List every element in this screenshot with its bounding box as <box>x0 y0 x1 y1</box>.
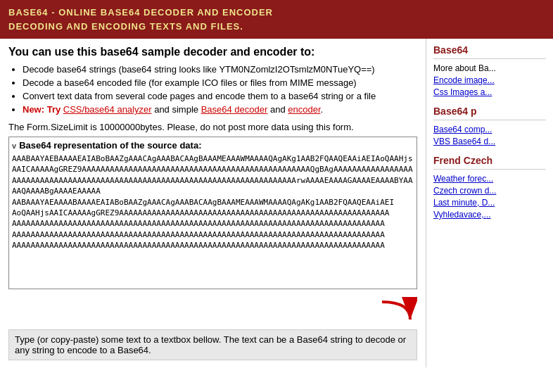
arrow-icon <box>375 295 417 323</box>
textarea-container: v Base64 representation of the source da… <box>8 137 417 289</box>
list-item: Decode a base64 encoded file (for exampl… <box>23 77 417 88</box>
sidebar-link-weather[interactable]: Weather forec... <box>433 174 546 184</box>
sidebar-section-3: Frend Czech Weather forec... Czech crown… <box>433 155 546 220</box>
base64-decoder-link[interactable]: Base64 decoder <box>201 104 268 115</box>
sidebar-section-1: Base64 More about Ba... Encode image... … <box>433 44 546 97</box>
sidebar-link-encode-image[interactable]: Encode image... <box>433 75 546 85</box>
encoder-link[interactable]: encoder <box>288 104 320 115</box>
arrow-hint <box>8 295 417 325</box>
sidebar-link-vbs-base64[interactable]: VBS Base64 d... <box>433 137 546 146</box>
form-note: The Form.SizeLimit is 10000000bytes. Ple… <box>8 122 417 132</box>
suffix-text: and <box>267 104 288 115</box>
main-heading: You can use this base64 sample decoder a… <box>8 46 417 58</box>
css-analyzer-link[interactable]: CSS/base64 analyzer <box>63 104 152 115</box>
textarea-label-row: v Base64 representation of the source da… <box>12 140 414 151</box>
sidebar-section-1-title: Base64 <box>433 44 546 59</box>
sidebar-link-base64-comp[interactable]: Base64 comp... <box>433 125 546 134</box>
sidebar-link-css-images[interactable]: Css Images a... <box>433 87 546 97</box>
more-about-text: More about Ba... <box>433 63 546 73</box>
textarea-label-text: Base64 representation of the source data… <box>19 140 201 151</box>
sidebar-section-2: Base64 p Base64 comp... VBS Base64 d... <box>433 106 546 146</box>
header-line2: decoding and encoding texts and files. <box>8 20 545 34</box>
sidebar-link-last-minute[interactable]: Last minute, D... <box>433 198 546 208</box>
list-item: Decode base64 strings (base64 string loo… <box>23 64 417 75</box>
bottom-note: Type (or copy-paste) some text to a text… <box>8 329 417 360</box>
header-line1: Base64 - Online Base64 decoder and encod… <box>8 6 545 20</box>
header: Base64 - Online Base64 decoder and encod… <box>0 0 553 39</box>
end-text: . <box>321 104 324 115</box>
sidebar-link-vyhledavace[interactable]: Vyhledavace,... <box>433 210 546 220</box>
sidebar-section-2-title: Base64 p <box>433 106 546 120</box>
base64-textarea[interactable] <box>12 153 414 284</box>
new-label: New: Try <box>23 104 63 115</box>
list-item: Convert text data from several code page… <box>23 91 417 101</box>
sidebar: Base64 More about Ba... Encode image... … <box>426 39 553 367</box>
sidebar-section-3-title: Frend Czech <box>433 155 546 170</box>
sidebar-link-czech-crown[interactable]: Czech crown d... <box>433 186 546 196</box>
middle-text: and simple <box>152 104 201 115</box>
feature-list: Decode base64 strings (base64 string loo… <box>23 64 417 115</box>
main-content: You can use this base64 sample decoder a… <box>0 39 426 367</box>
toggle-icon[interactable]: v <box>12 141 16 150</box>
list-item-new: New: Try CSS/base64 analyzer and simple … <box>23 104 417 115</box>
